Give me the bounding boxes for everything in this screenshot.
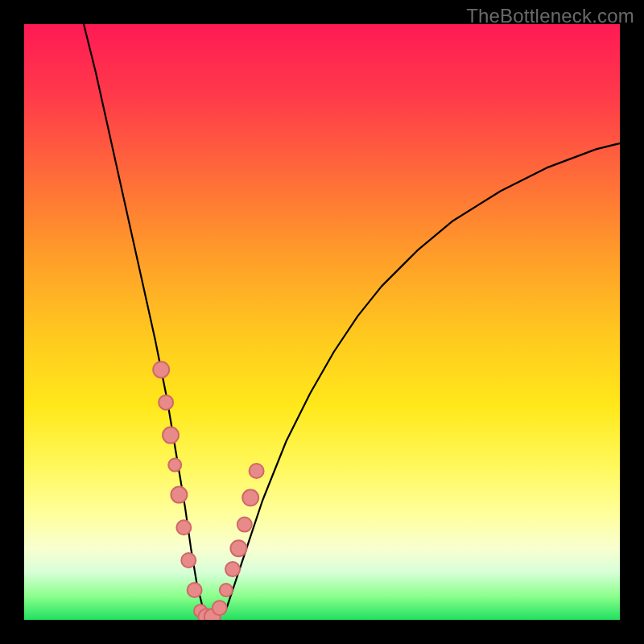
data-point: [163, 427, 179, 444]
watermark-text: TheBottleneck.com: [466, 5, 634, 27]
bottleneck-curve: [84, 24, 620, 620]
data-point: [225, 562, 240, 576]
data-point: [181, 553, 196, 568]
plot-svg: [24, 24, 620, 620]
highlight-points: [153, 361, 263, 620]
data-point: [176, 520, 191, 535]
data-point: [237, 518, 252, 532]
data-point: [153, 361, 169, 378]
data-point: [230, 540, 246, 556]
plot-area: [24, 24, 620, 620]
data-point: [171, 487, 187, 503]
chart-frame: TheBottleneck.com: [0, 0, 644, 644]
data-point: [250, 464, 264, 478]
data-point: [168, 459, 181, 472]
data-point: [188, 583, 202, 597]
data-point: [220, 584, 233, 597]
data-point: [159, 395, 173, 410]
data-point: [242, 489, 258, 506]
data-point: [213, 601, 227, 615]
